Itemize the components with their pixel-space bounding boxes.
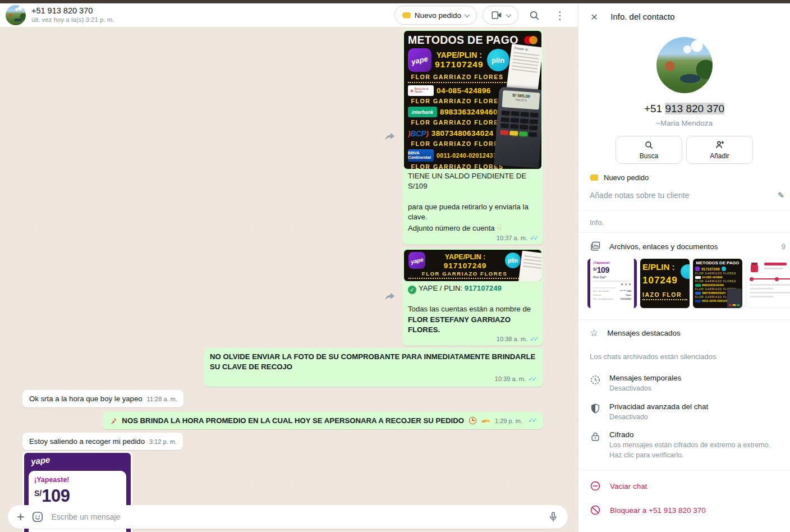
chat-body[interactable]: METODOS DE PAGO yape YAPE/PLIN : 9171072… (0, 27, 578, 532)
media-section-row[interactable]: Archivos, enlaces y documentos 9 (578, 233, 790, 258)
clear-chat-button[interactable]: Vaciar chat (578, 471, 790, 495)
contact-profile-photo[interactable] (656, 37, 713, 93)
order-label-row[interactable]: Nuevo pedido (578, 164, 790, 182)
payment-image-title: METODOS DE PAGO (408, 34, 518, 47)
message-input[interactable] (51, 512, 540, 521)
media-count: 9 (782, 242, 786, 251)
message-text: NOS BRINDA LA HORA PROMEDIO EN LA CUAL H… (122, 416, 464, 425)
incoming-message-bubble[interactable]: Estoy saliendo a recoger mi pedido 3:12 … (22, 433, 183, 450)
outgoing-message-bubble[interactable]: NO OLVIDE ENVIAR LA FOTO DE SU COMPROBAN… (204, 348, 543, 386)
search-button[interactable] (524, 5, 544, 25)
yape-brand-logo: yape (30, 455, 50, 466)
read-ticks-icon: ✓✓ (528, 416, 537, 425)
block-contact-label: Bloquear a +51 913 820 370 (610, 506, 706, 515)
info-panel-header: × Info. del contacto (578, 0, 790, 28)
account-owner: FLOR GARRIAZO FLORES (408, 140, 507, 147)
message-meta: 10:39 a. m.✓✓ (206, 375, 541, 385)
media-thumbnail-tracking[interactable] (746, 259, 790, 308)
incoming-message-bubble[interactable]: Ok srta a la hora que boy le yapeo 11:28… (22, 390, 183, 407)
clock-emoji-icon (469, 416, 477, 425)
message-row: yape YAPE/PLIN : 917107249 plin FLOR GAR… (22, 248, 543, 346)
add-contact-button[interactable]: Añadir (686, 136, 753, 164)
order-label: Nuevo pedido (604, 173, 649, 182)
media-thumbnail-yape-plin[interactable]: E/PLIN : 107249 IAZO FLOR (640, 259, 690, 308)
clear-chat-label: Vaciar chat (610, 482, 647, 490)
payment-methods-image[interactable]: METODOS DE PAGO yape YAPE/PLIN : 9171072… (404, 31, 541, 169)
receipt-amount: S/109 (34, 486, 121, 506)
media-thumbnails: ¡Yapeaste! S/109 Flor Gar* 426 Nro. de c… (578, 258, 790, 316)
advanced-privacy-row[interactable]: Privacidad avanzada del chat Desactivado (578, 395, 790, 424)
notes-placeholder: Añade notas sobre tu cliente (590, 191, 689, 200)
message-time: 1:29 p. m. (495, 418, 522, 425)
order-tag-icon (402, 12, 411, 19)
encryption-row[interactable]: Cifrado Los mensajes están cifrados de e… (578, 423, 790, 461)
read-ticks-icon: ✓✓ (528, 375, 537, 383)
emoji-sticker-icon[interactable] (31, 511, 44, 523)
contact-header-info[interactable]: +51 913 820 370 últ. vez hoy a la(s) 3:2… (31, 6, 389, 24)
starred-label: Mensajes destacados (607, 329, 681, 337)
bbva-logo: BBVA Continental (408, 149, 434, 162)
new-order-button[interactable]: Nuevo pedido (394, 6, 477, 25)
package-icon (751, 265, 758, 272)
disappearing-messages-row[interactable]: Mensajes temporales Desactivados (578, 366, 790, 395)
pencil-icon: ✎ (778, 191, 784, 200)
block-contact-button[interactable]: Bloquear a +51 913 820 370 (578, 495, 790, 519)
video-camera-icon (490, 9, 503, 21)
account-owner: FLOR GARRIAZO FLORES (408, 163, 507, 169)
message-row: Estoy saliendo a recoger mi pedido 3:12 … (22, 433, 543, 450)
plin-logo: plin (505, 253, 521, 268)
info-section-label: Info. (578, 211, 790, 229)
chat-header: +51 913 820 370 últ. vez hoy a la(s) 3:2… (0, 0, 578, 27)
account-owner: FLOR GARRIAZO FLORES (408, 119, 507, 126)
forward-icon[interactable] (383, 290, 397, 304)
outgoing-message-bubble[interactable]: METODOS DE PAGO yape YAPE/PLIN : 9171072… (402, 29, 543, 245)
media-section-title: Archivos, enlaces y documentos (609, 242, 718, 251)
new-order-label: Nuevo pedido (415, 11, 461, 20)
contact-name: +51 913 820 370 (31, 6, 389, 16)
handshake-emoji-icon (481, 417, 490, 425)
outgoing-message-bubble[interactable]: yape YAPE/PLIN : 917107249 plin FLOR GAR… (402, 248, 543, 346)
video-call-button[interactable] (483, 6, 518, 25)
minus-circle-icon (590, 480, 601, 492)
search-icon (644, 140, 654, 150)
highlighted-phone-part: 913 820 370 (665, 103, 724, 114)
plin-logo: plin (487, 49, 509, 71)
client-notes-field[interactable]: Añade notas sobre tu cliente ✎ (578, 182, 790, 207)
chevron-down-icon (465, 12, 470, 17)
forward-icon[interactable] (383, 130, 397, 144)
starred-messages-row[interactable]: ☆ Mensajes destacados (578, 320, 790, 343)
message-time: 11:28 a. m. (147, 396, 177, 403)
account-owner: FLOR GARRIAZO FLORES (408, 74, 507, 83)
media-thumbnail-payment-methods[interactable]: METODOS DE PAGO 917107249 FLOR GARRIAZO … (693, 259, 742, 308)
microphone-icon[interactable] (548, 511, 559, 522)
outgoing-message-bubble[interactable]: NOS BRINDA LA HORA PROMEDIO EN LA CUAL H… (103, 412, 543, 429)
chevron-down-icon (506, 12, 512, 17)
yape-logo: yape (408, 48, 431, 72)
account-owner: FLOR GARRIAZO FLORES (408, 98, 507, 104)
green-check-icon: ✓ (408, 286, 416, 294)
close-icon[interactable]: × (591, 11, 598, 22)
lock-icon (590, 431, 601, 442)
search-chat-button[interactable]: Busca (616, 136, 682, 164)
contact-avatar[interactable] (6, 5, 26, 25)
bank-account-number: 0011-0240-0201243721 (437, 152, 504, 159)
media-thumbnail-receipt[interactable]: ¡Yapeaste! S/109 Flor Gar* 426 Nro. de c… (587, 259, 637, 308)
receipt-paper-decoration (518, 250, 541, 281)
order-tag-icon (590, 175, 598, 181)
archived-chats-note: Los chats archivados están silenciados (578, 343, 790, 366)
last-seen-status: últ. vez hoy a la(s) 3:21 p. m. (31, 16, 389, 24)
block-icon (590, 505, 601, 516)
message-text: Estoy saliendo a recoger mi pedido (29, 437, 145, 446)
yape-plin-banner-image[interactable]: yape YAPE/PLIN : 917107249 plin FLOR GAR… (404, 250, 541, 281)
message-time: 3:12 p. m. (149, 438, 177, 446)
contact-info-panel: × Info. del contacto +51 913 820 370 ~Ma… (578, 0, 790, 532)
whatsapp-app: +51 913 820 370 últ. vez hoy a la(s) 3:2… (0, 0, 790, 532)
menu-button[interactable]: ⋮ (550, 5, 570, 25)
pointing-down-icon: ☟ (497, 223, 502, 232)
read-ticks-icon: ✓✓ (530, 335, 539, 343)
yape-logo: yape (408, 252, 425, 269)
attach-plus-icon[interactable]: + (17, 511, 24, 524)
search-icon (529, 10, 540, 21)
pushpin-icon (109, 417, 117, 425)
contact-phone[interactable]: +51 913 820 370 (578, 103, 790, 115)
